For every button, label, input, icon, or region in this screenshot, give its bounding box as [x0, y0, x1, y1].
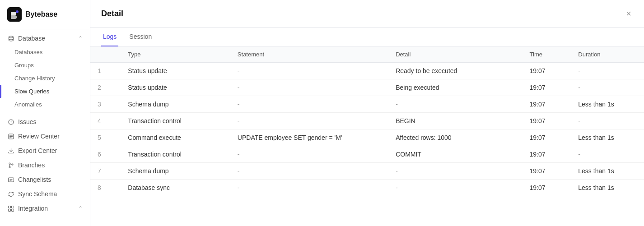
branches-label: Branches: [18, 161, 83, 169]
cell-statement: UPDATE employee SET gender = 'M': [230, 129, 388, 146]
tabs: Logs Session: [90, 28, 644, 46]
sidebar-slow-queries-label: Slow Queries: [14, 88, 49, 95]
cell-statement: -: [230, 96, 388, 113]
cell-num: 2: [90, 79, 121, 96]
col-header-statement: Statement: [230, 46, 388, 63]
cell-duration: Less than 1s: [571, 96, 644, 113]
sidebar-main-section: Issues Review Center Export Center Branc…: [0, 113, 90, 217]
svg-rect-10: [8, 206, 10, 208]
export-center-icon: [7, 147, 14, 154]
cell-type: Schema dump: [121, 163, 230, 180]
cell-statement: -: [230, 113, 388, 129]
close-button[interactable]: ×: [624, 7, 633, 20]
svg-point-6: [9, 163, 10, 164]
logo-text: Bytebase: [25, 10, 57, 18]
cell-duration: -: [571, 146, 644, 163]
col-header-num: [90, 46, 121, 63]
cell-detail: BEGIN: [388, 113, 522, 129]
cell-detail: -: [388, 163, 522, 180]
sidebar-item-integration[interactable]: Integration ⌃: [0, 201, 90, 216]
cell-statement: -: [230, 63, 388, 79]
sidebar-databases-label: Databases: [14, 49, 42, 55]
cell-statement: -: [230, 180, 388, 196]
col-header-detail: Detail: [388, 46, 522, 63]
table-row: 4Transaction control-BEGIN19:07-: [90, 113, 644, 129]
logs-table: Type Statement Detail Time Duration 1Sta…: [90, 46, 644, 196]
integration-label: Integration: [18, 205, 75, 212]
sidebar-item-change-history[interactable]: Change History: [0, 72, 90, 85]
cell-detail: Affected rows: 1000: [388, 129, 522, 146]
sidebar: Bytebase Database ⌃ Databases Groups Cha…: [0, 0, 90, 226]
col-header-time: Time: [523, 46, 571, 63]
cell-time: 19:07: [523, 146, 571, 163]
cell-num: 5: [90, 129, 121, 146]
cell-time: 19:07: [523, 163, 571, 180]
cell-type: Command execute: [121, 129, 230, 146]
sidebar-item-slow-queries[interactable]: Slow Queries: [0, 85, 90, 98]
cell-type: Status update: [121, 79, 230, 96]
table-row: 5Command executeUPDATE employee SET gend…: [90, 129, 644, 146]
integration-chevron-icon: ⌃: [78, 205, 83, 212]
logo: Bytebase: [0, 0, 90, 29]
svg-point-1: [16, 10, 19, 13]
tab-logs[interactable]: Logs: [101, 28, 118, 46]
table-row: 6Transaction control-COMMIT19:07-: [90, 146, 644, 163]
changelists-label: Changelists: [18, 176, 83, 183]
cell-detail: COMMIT: [388, 146, 522, 163]
sidebar-database-label: Database: [18, 35, 75, 42]
sidebar-item-branches[interactable]: Branches: [0, 158, 90, 172]
integration-icon: [7, 205, 14, 212]
issues-icon: [7, 118, 14, 125]
cell-detail: Ready to be executed: [388, 63, 522, 79]
sidebar-change-history-label: Change History: [14, 75, 55, 82]
svg-point-4: [10, 123, 11, 123]
review-center-icon: [7, 133, 14, 140]
svg-point-2: [9, 36, 13, 38]
cell-num: 8: [90, 180, 121, 196]
sidebar-item-issues[interactable]: Issues: [0, 115, 90, 129]
sidebar-item-groups[interactable]: Groups: [0, 59, 90, 72]
table-body: 1Status update-Ready to be executed19:07…: [90, 63, 644, 196]
sidebar-item-changelists[interactable]: Changelists: [0, 172, 90, 187]
branches-icon: [7, 161, 14, 169]
cell-time: 19:07: [523, 63, 571, 79]
sidebar-item-database[interactable]: Database ⌃: [0, 31, 90, 46]
sidebar-groups-label: Groups: [14, 62, 34, 69]
cell-type: Schema dump: [121, 96, 230, 113]
logs-table-container: Type Statement Detail Time Duration 1Sta…: [90, 46, 644, 226]
tab-session[interactable]: Session: [127, 28, 154, 46]
sidebar-item-anomalies[interactable]: Anomalies: [0, 98, 90, 111]
svg-rect-11: [11, 206, 14, 208]
sidebar-item-databases[interactable]: Databases: [0, 46, 90, 59]
sidebar-item-review-center[interactable]: Review Center: [0, 129, 90, 143]
cell-detail: -: [388, 180, 522, 196]
svg-rect-9: [8, 178, 14, 182]
cell-detail: Being executed: [388, 79, 522, 96]
cell-duration: Less than 1s: [571, 163, 644, 180]
cell-detail: -: [388, 96, 522, 113]
cell-statement: -: [230, 163, 388, 180]
cell-num: 6: [90, 146, 121, 163]
table-row: 3Schema dump--19:07Less than 1s: [90, 96, 644, 113]
cell-duration: -: [571, 79, 644, 96]
col-header-type: Type: [121, 46, 230, 63]
database-chevron-icon: ⌃: [78, 35, 83, 42]
table-header-row: Type Statement Detail Time Duration: [90, 46, 644, 63]
cell-type: Status update: [121, 63, 230, 79]
cell-duration: Less than 1s: [571, 129, 644, 146]
cell-time: 19:07: [523, 113, 571, 129]
active-indicator: [0, 85, 1, 98]
export-center-label: Export Center: [18, 147, 83, 154]
sidebar-anomalies-label: Anomalies: [14, 101, 42, 108]
cell-statement: -: [230, 146, 388, 163]
issues-label: Issues: [18, 118, 83, 125]
cell-num: 3: [90, 96, 121, 113]
cell-type: Transaction control: [121, 146, 230, 163]
sync-schema-icon: [7, 190, 14, 198]
sidebar-item-export-center[interactable]: Export Center: [0, 143, 90, 158]
sidebar-item-sync-schema[interactable]: Sync Schema: [0, 187, 90, 201]
cell-type: Transaction control: [121, 113, 230, 129]
cell-num: 4: [90, 113, 121, 129]
table-row: 2Status update-Being executed19:07-: [90, 79, 644, 96]
cell-time: 19:07: [523, 79, 571, 96]
